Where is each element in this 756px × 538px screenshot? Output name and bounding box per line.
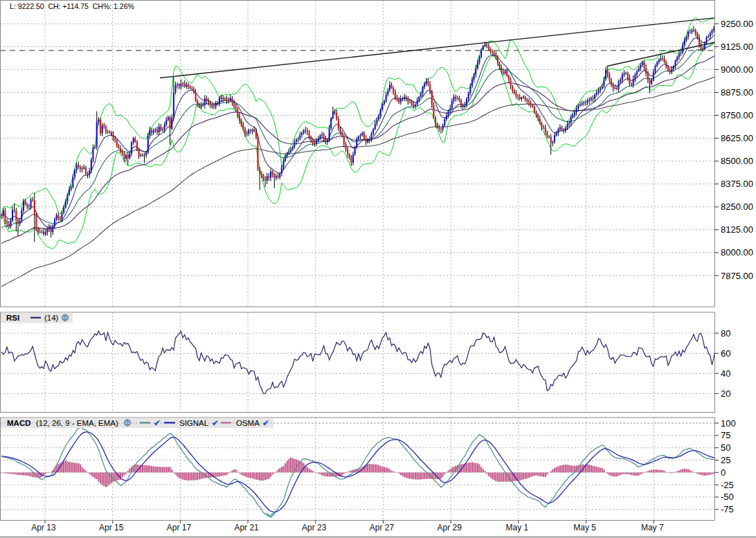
- svg-text:25: 25: [721, 455, 730, 465]
- svg-text:8125.00: 8125.00: [721, 224, 753, 235]
- svg-text:(14): (14): [44, 314, 59, 322]
- svg-text:-75: -75: [721, 504, 734, 514]
- svg-text:RSI: RSI: [6, 314, 19, 322]
- svg-text:0: 0: [721, 467, 726, 478]
- svg-text:May 5: May 5: [573, 523, 596, 532]
- svg-text:Apr 27: Apr 27: [370, 523, 395, 532]
- svg-text:9000.00: 9000.00: [721, 64, 753, 75]
- svg-text:-50: -50: [721, 492, 734, 502]
- svg-text:May 7: May 7: [641, 523, 664, 532]
- svg-text:(12, 26, 9 - EMA, EMA): (12, 26, 9 - EMA, EMA): [36, 419, 118, 427]
- svg-text:Apr 13: Apr 13: [31, 523, 56, 532]
- svg-text:50: 50: [721, 442, 730, 453]
- svg-text:8375.00: 8375.00: [721, 179, 753, 189]
- svg-text:✔: ✔: [212, 419, 219, 427]
- svg-text:8250.00: 8250.00: [721, 201, 753, 212]
- svg-text:Apr 15: Apr 15: [99, 523, 124, 532]
- svg-text:9250.00: 9250.00: [721, 19, 753, 29]
- svg-text:-25: -25: [721, 480, 734, 490]
- svg-text:SIGNAL: SIGNAL: [179, 419, 209, 427]
- svg-text:8750.00: 8750.00: [721, 110, 753, 120]
- svg-text:Apr 17: Apr 17: [167, 523, 192, 532]
- svg-text:OSMA: OSMA: [236, 419, 260, 427]
- svg-text:60: 60: [721, 348, 730, 359]
- svg-text:75: 75: [721, 430, 730, 440]
- svg-text:7875.00: 7875.00: [721, 271, 753, 281]
- svg-text:8875.00: 8875.00: [721, 87, 753, 98]
- svg-text:8000.00: 8000.00: [721, 247, 753, 258]
- svg-text:✔: ✔: [262, 419, 269, 427]
- svg-text:80: 80: [721, 328, 730, 339]
- svg-text:20: 20: [721, 388, 730, 399]
- svg-text:8625.00: 8625.00: [721, 133, 753, 143]
- svg-text:100: 100: [721, 418, 736, 429]
- svg-text:Apr 23: Apr 23: [302, 523, 327, 532]
- svg-text:May 1: May 1: [506, 523, 529, 532]
- svg-text:Apr 21: Apr 21: [234, 523, 259, 532]
- svg-text:8500.00: 8500.00: [721, 156, 753, 166]
- svg-text:9125.00: 9125.00: [721, 42, 753, 52]
- svg-text:40: 40: [721, 368, 730, 379]
- svg-text:✔: ✔: [154, 419, 161, 427]
- svg-text:L: 9222.50 CH: +114.75 CH%:: L: 9222.50 CH: +114.75 CH%: 1.26%: [10, 2, 134, 10]
- svg-text:Apr 29: Apr 29: [438, 523, 462, 532]
- svg-text:MACD: MACD: [7, 419, 31, 427]
